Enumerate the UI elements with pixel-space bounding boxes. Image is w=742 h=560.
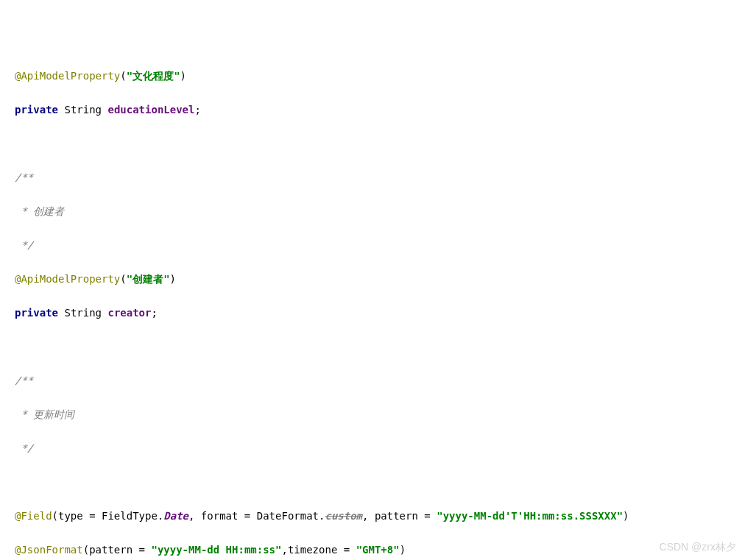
string-literal: 文化程度 (132, 70, 174, 82)
code-line: @ApiModelProperty("文化程度") (15, 68, 742, 85)
watermark: CSDN @zrx林夕 (660, 539, 736, 556)
annotation: @ApiModelProperty (15, 70, 120, 82)
comment: /** (15, 169, 742, 186)
string-literal: yyyy-MM-dd'T'HH:mm:ss.SSSXXX (443, 510, 617, 522)
code-line: @JsonFormat(pattern = "yyyy-MM-dd HH:mm:… (15, 542, 742, 559)
comment: * 更新时间 (15, 406, 742, 423)
blank-line (15, 474, 742, 491)
field-name: educationLevel (107, 104, 194, 116)
code-line: @ApiModelProperty("创建者") (15, 271, 742, 288)
keyword: private (15, 307, 58, 319)
enum-value: Date (163, 510, 188, 522)
field-name: creator (107, 307, 151, 319)
comment: */ (15, 440, 742, 457)
string-literal: GMT+8 (362, 544, 393, 556)
type: String (64, 307, 102, 319)
string-literal: 创建者 (132, 273, 163, 285)
string-literal: yyyy-MM-dd HH:mm:ss (158, 544, 275, 556)
keyword: private (15, 104, 58, 116)
enum-value-strike: custom (325, 510, 362, 522)
code-line: @Field(type = FieldType.Date, format = D… (15, 508, 742, 525)
code-line: private String educationLevel; (15, 102, 742, 118)
blank-line (15, 135, 742, 152)
blank-line (15, 339, 742, 355)
comment: * 创建者 (15, 203, 742, 220)
annotation: @ApiModelProperty (15, 273, 120, 285)
comment: */ (15, 237, 742, 254)
code-line: private String creator; (15, 305, 742, 322)
comment: /** (15, 372, 742, 389)
annotation: @Field (15, 510, 52, 522)
annotation: @JsonFormat (15, 544, 83, 556)
type: String (64, 104, 102, 116)
